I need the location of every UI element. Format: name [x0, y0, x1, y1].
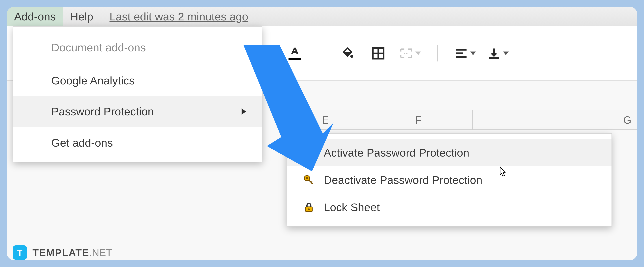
vertical-align-icon[interactable]: [487, 43, 509, 63]
menubar: Add-ons Help Last edit was 2 minutes ago: [7, 7, 637, 26]
toolbar-separator: [321, 45, 321, 62]
watermark-brand: TEMPLATE: [32, 247, 89, 258]
lock-icon: [303, 201, 315, 213]
key-icon: [303, 174, 315, 186]
get-addons[interactable]: Get add-ons: [13, 127, 262, 158]
dropdown-header: Document add-ons: [13, 27, 262, 65]
watermark-logo-icon: T: [13, 245, 27, 260]
submenu-deactivate-password[interactable]: Deactivate Password Protection: [287, 166, 612, 194]
submenu-item-label: Activate Password Protection: [324, 146, 469, 159]
menu-item-label: Google Analytics: [51, 74, 135, 87]
text-color-icon[interactable]: [285, 43, 305, 63]
menu-addons[interactable]: Add-ons: [7, 7, 63, 26]
toolbar-separator: [437, 45, 438, 62]
addon-password-protection[interactable]: Password Protection: [13, 96, 262, 127]
column-header-g[interactable]: G: [473, 110, 637, 129]
svg-point-12: [306, 177, 308, 179]
submenu-item-label: Lock Sheet: [324, 201, 380, 214]
borders-icon[interactable]: [368, 43, 388, 63]
key-icon: [303, 147, 315, 159]
addon-google-analytics[interactable]: Google Analytics: [13, 65, 262, 96]
watermark-suffix: .NET: [89, 247, 112, 258]
merge-cells-icon[interactable]: [399, 43, 421, 63]
addons-dropdown: Document add-ons Google Analytics Passwo…: [13, 26, 262, 162]
column-header-f[interactable]: F: [364, 110, 473, 129]
last-edit-link[interactable]: Last edit was 2 minutes ago: [110, 10, 248, 23]
column-headers: E F G: [287, 110, 637, 130]
menu-item-label: Password Protection: [51, 105, 154, 118]
svg-point-10: [306, 150, 308, 152]
submenu-lock-sheet[interactable]: Lock Sheet: [287, 194, 612, 221]
submenu-arrow-icon: [242, 108, 246, 115]
submenu-activate-password[interactable]: Activate Password Protection: [287, 139, 612, 166]
horizontal-align-icon[interactable]: [454, 43, 476, 63]
column-header-e[interactable]: E: [287, 110, 364, 129]
fill-color-icon[interactable]: [338, 43, 358, 63]
submenu-item-label: Deactivate Password Protection: [324, 174, 482, 186]
menu-item-label: Get add-ons: [51, 136, 113, 149]
svg-point-1: [350, 55, 353, 58]
svg-point-14: [308, 208, 310, 210]
password-protection-submenu: Activate Password Protection Deactivate …: [287, 133, 612, 226]
watermark: T TEMPLATE.NET: [13, 245, 112, 260]
menu-help[interactable]: Help: [63, 7, 100, 26]
